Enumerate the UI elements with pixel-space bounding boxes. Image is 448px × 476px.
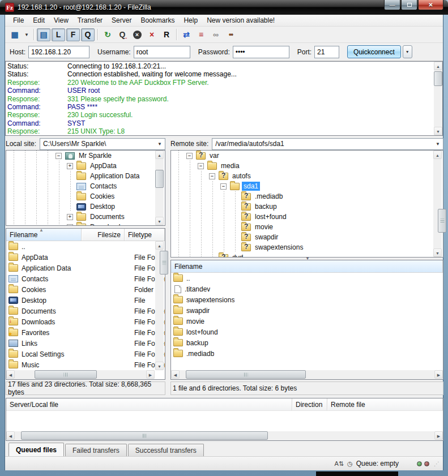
- queue-column-direction[interactable]: Direction: [292, 398, 327, 410]
- tree-item[interactable]: −sda1: [173, 181, 443, 191]
- expander-plus-icon[interactable]: +: [65, 222, 76, 226]
- column-header-filename[interactable]: Filename: [171, 260, 443, 272]
- file-row[interactable]: backup: [171, 337, 443, 348]
- tree-item[interactable]: backup: [173, 201, 443, 212]
- file-row[interactable]: ..: [6, 241, 165, 252]
- speed-limit-icon[interactable]: ◷: [347, 460, 353, 468]
- process-queue-icon[interactable]: Q→: [116, 28, 129, 41]
- menu-bookmarks[interactable]: Bookmarks: [136, 15, 179, 25]
- disconnect-icon[interactable]: ×: [145, 28, 159, 41]
- file-row[interactable]: Application DataFile Folder: [6, 263, 165, 273]
- maximize-button[interactable]: [401, 0, 417, 10]
- tree-item[interactable]: −var: [173, 151, 443, 161]
- close-button[interactable]: ✕: [418, 0, 443, 10]
- reconnect-icon[interactable]: R: [160, 28, 173, 41]
- remote-list-hscrollbar[interactable]: ◀ ▶: [171, 370, 443, 379]
- transfer-type-icon[interactable]: A⇅: [334, 460, 344, 468]
- file-row[interactable]: Local SettingsFile Folder: [6, 349, 165, 359]
- combo-arrow-icon[interactable]: ▼: [436, 141, 440, 147]
- tree-item[interactable]: −Mr Sparkle: [8, 151, 165, 161]
- tree-item[interactable]: −autofs: [173, 171, 443, 181]
- tree-item[interactable]: −media: [173, 161, 443, 171]
- file-row[interactable]: DocumentsFile Folder: [6, 306, 165, 316]
- file-row[interactable]: FavoritesFile Folder: [6, 327, 165, 338]
- expander-minus-icon[interactable]: −: [207, 171, 219, 181]
- tree-item[interactable]: swapextensions: [173, 242, 443, 252]
- remote-site-combo[interactable]: /var/media/autofs/sda1 ▼: [212, 138, 443, 150]
- tab-failed-transfers[interactable]: Failed transfers: [65, 444, 127, 456]
- file-row[interactable]: CookiesFolder: [6, 284, 165, 295]
- port-input[interactable]: [314, 46, 339, 58]
- local-tree-scrollbar[interactable]: ▲ ▼: [155, 151, 164, 225]
- expander-plus-icon[interactable]: +: [65, 212, 76, 222]
- column-header-filesize[interactable]: Filesize: [82, 229, 125, 241]
- tab-queued-files[interactable]: Queued files: [8, 443, 64, 456]
- queue-column-server-local-file[interactable]: Server/Local file: [6, 398, 292, 410]
- tree-item[interactable]: Cookies: [8, 191, 165, 201]
- file-row[interactable]: DownloadsFile Folder: [6, 316, 165, 327]
- file-row[interactable]: swapdir: [171, 305, 443, 316]
- menu-help[interactable]: Help: [179, 15, 202, 25]
- tree-item[interactable]: movie: [173, 222, 443, 232]
- local-list-vscrollbar[interactable]: ▲ ▼: [155, 241, 164, 370]
- toggle-queue-icon[interactable]: Q: [81, 28, 95, 41]
- quickconnect-button[interactable]: Quickconnect: [347, 45, 401, 58]
- file-row[interactable]: LinksFile Folder: [6, 338, 165, 349]
- file-row[interactable]: .titandev: [171, 284, 443, 294]
- toggle-remote-tree-icon[interactable]: F: [66, 28, 80, 41]
- queue-column-remote-file[interactable]: Remote file: [327, 398, 443, 410]
- menu-transfer[interactable]: Transfer: [73, 15, 107, 25]
- tree-item[interactable]: Desktop: [8, 201, 165, 212]
- host-input[interactable]: [28, 46, 89, 58]
- log-scrollbar[interactable]: ▲ ▼: [434, 62, 442, 135]
- refresh-icon[interactable]: ↻: [101, 28, 114, 41]
- synchronized-browsing-icon[interactable]: ⇄: [180, 28, 193, 41]
- file-row[interactable]: DesktopFile: [6, 295, 165, 306]
- password-input[interactable]: [233, 46, 289, 58]
- toggle-message-log-icon[interactable]: ▤: [37, 28, 50, 41]
- column-header-filetype[interactable]: Filetype: [125, 229, 165, 241]
- tree-item[interactable]: .mediadb: [173, 191, 443, 201]
- expander-minus-icon[interactable]: −: [54, 151, 65, 161]
- directory-comparison-icon[interactable]: ≡: [194, 28, 208, 41]
- expander-minus-icon[interactable]: −: [196, 161, 207, 171]
- column-header-filename[interactable]: Filename▲: [6, 229, 82, 241]
- local-site-combo[interactable]: C:\Users\Mr Sparkle\ ▼: [40, 138, 165, 150]
- tree-item[interactable]: Application Data: [8, 171, 165, 181]
- menu-edit[interactable]: Edit: [28, 15, 49, 25]
- file-row[interactable]: movie: [171, 316, 443, 327]
- file-row[interactable]: MusicFile Folder: [6, 359, 165, 370]
- combo-arrow-icon[interactable]: ▼: [157, 141, 162, 147]
- file-row[interactable]: ContactsFile Folder: [6, 273, 165, 284]
- tree-item[interactable]: +AppData: [8, 161, 165, 171]
- menu-new-version-notice[interactable]: New version available!: [202, 15, 279, 25]
- find-files-icon[interactable]: ∞: [209, 28, 223, 41]
- site-manager-dropdown-icon[interactable]: ▼: [23, 28, 31, 41]
- username-input[interactable]: [134, 46, 190, 58]
- tree-item[interactable]: lost+found: [173, 212, 443, 222]
- local-list-hscrollbar[interactable]: ◀ ▶: [6, 370, 155, 379]
- titlebar[interactable]: Fz 192.168.1.20 - root@192.168.1.20 - Fi…: [0, 0, 448, 15]
- file-row[interactable]: lost+found: [171, 327, 443, 337]
- toggle-local-tree-icon[interactable]: L: [52, 28, 65, 41]
- remote-tree-scrollbar[interactable]: ▲ ▼: [433, 151, 442, 257]
- queue-hscrollbar[interactable]: ◀ ▶: [6, 431, 443, 440]
- resize-grip[interactable]: ⋰: [434, 461, 440, 467]
- filter-icon[interactable]: ●●: [224, 28, 237, 41]
- menu-server[interactable]: Server: [107, 15, 136, 25]
- minimize-button[interactable]: —: [384, 0, 400, 10]
- file-row[interactable]: AppDataFile Folder: [6, 252, 165, 263]
- tree-item[interactable]: swapdir: [173, 232, 443, 242]
- expander-minus-icon[interactable]: −: [185, 151, 196, 161]
- tree-item[interactable]: +Documents: [8, 212, 165, 222]
- tree-item[interactable]: +Downloads: [8, 222, 165, 226]
- file-row[interactable]: ..: [171, 273, 443, 284]
- expander-plus-icon[interactable]: +: [65, 161, 76, 171]
- cancel-operation-icon[interactable]: ×: [130, 28, 144, 41]
- file-row[interactable]: .mediadb: [171, 348, 443, 359]
- expander-minus-icon[interactable]: −: [219, 181, 230, 191]
- menu-view[interactable]: View: [49, 15, 73, 25]
- tree-item[interactable]: Contacts: [8, 181, 165, 191]
- menu-file[interactable]: File: [8, 15, 28, 25]
- tab-successful-transfers[interactable]: Successful transfers: [128, 444, 204, 456]
